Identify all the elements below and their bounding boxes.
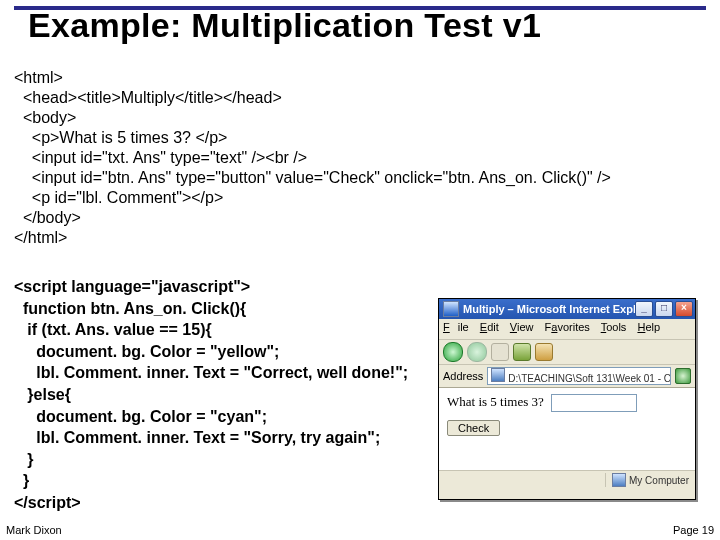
answer-input[interactable]: [551, 394, 637, 412]
script-code-block: <script language="javascript"> function …: [14, 276, 408, 514]
stop-button-icon[interactable]: [491, 343, 509, 361]
maximize-button[interactable]: □: [655, 301, 673, 317]
menu-favorites[interactable]: Favorites: [545, 321, 590, 333]
refresh-button-icon[interactable]: [513, 343, 531, 361]
menu-edit[interactable]: Edit: [480, 321, 499, 333]
minimize-button[interactable]: _: [635, 301, 653, 317]
page-content: What is 5 times 3? Check: [439, 388, 695, 471]
address-bar: Address D:\TEACHING\Soft 131\Week 01 - C…: [439, 365, 695, 388]
go-button-icon[interactable]: [675, 368, 691, 384]
toolbar: [439, 340, 695, 365]
check-button[interactable]: Check: [447, 420, 500, 436]
address-value: D:\TEACHING\Soft 131\Week 01 - Cond E: [508, 373, 671, 384]
menu-help[interactable]: Help: [637, 321, 660, 333]
window-title: Multiply – Microsoft Internet Expl…: [463, 303, 635, 315]
address-label: Address: [443, 370, 483, 382]
menu-view[interactable]: View: [510, 321, 534, 333]
menu-tools[interactable]: Tools: [601, 321, 627, 333]
status-text: My Computer: [629, 475, 689, 486]
footer-page: Page 19: [673, 524, 714, 536]
slide-title: Example: Multiplication Test v1: [28, 6, 710, 45]
close-button[interactable]: ×: [675, 301, 693, 317]
back-button-icon[interactable]: [443, 342, 463, 362]
address-input[interactable]: D:\TEACHING\Soft 131\Week 01 - Cond E: [487, 367, 671, 385]
browser-window: Multiply – Microsoft Internet Expl… _ □ …: [438, 298, 696, 500]
menu-file[interactable]: File: [443, 321, 469, 333]
home-button-icon[interactable]: [535, 343, 553, 361]
zone-icon: [612, 473, 626, 487]
menu-bar: File Edit View Favorites Tools Help: [439, 319, 695, 340]
forward-button-icon[interactable]: [467, 342, 487, 362]
status-bar: My Computer: [439, 471, 695, 489]
page-icon: [491, 368, 505, 382]
ie-app-icon: [443, 301, 459, 317]
question-text: What is 5 times 3?: [447, 394, 544, 409]
footer-author: Mark Dixon: [6, 524, 62, 536]
html-code-block: <html> <head><title>Multiply</title></he…: [14, 68, 611, 248]
titlebar[interactable]: Multiply – Microsoft Internet Expl… _ □ …: [439, 299, 695, 319]
